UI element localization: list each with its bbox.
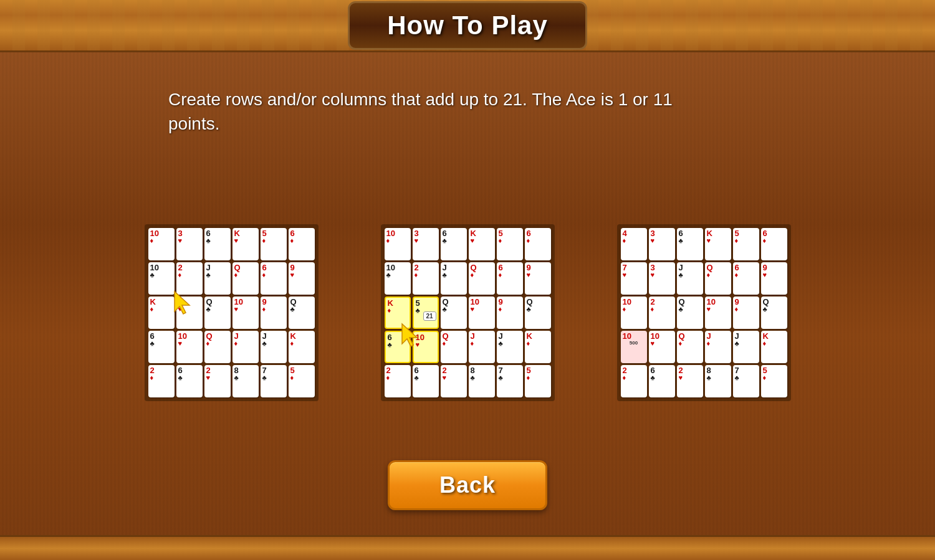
card: 6♣: [413, 365, 439, 397]
card-grid-1: 10♦3♥6♣K♥5♦6♦10♣2♦J♣Q♦6♦9♥K♦5♥Q♣10♥9♦Q♣6…: [145, 224, 319, 401]
card: 10♥: [176, 331, 203, 363]
card: J♣: [733, 331, 759, 363]
card: K♦: [289, 331, 315, 363]
card: 10500: [621, 331, 647, 363]
card: 6♣: [204, 228, 231, 260]
card: J♦: [705, 331, 731, 363]
card: Q♦: [705, 262, 731, 295]
card: 6♦: [733, 262, 759, 295]
card: J♦: [469, 331, 495, 363]
card: 7♣: [261, 365, 287, 397]
page-title: How To Play: [387, 11, 548, 40]
svg-marker-1: [402, 324, 417, 346]
card-grid-2: 10♦3♥6♣K♥5♦6♦10♣2♦J♣Q♦6♦9♥K♦5♣Q♣10♥9♦Q♣6…: [381, 224, 555, 401]
card: J♣: [677, 262, 703, 295]
card: Q♦: [441, 331, 467, 363]
card: 2♦: [649, 297, 675, 329]
card: 10♣: [148, 262, 175, 295]
bottom-strip: [0, 535, 935, 560]
card: 10♦: [148, 228, 175, 260]
card: 8♣: [233, 365, 259, 397]
card: 9♥: [289, 262, 315, 295]
card: Q♦: [204, 331, 231, 363]
card: 5♦: [733, 228, 759, 260]
card: 6♦: [289, 228, 315, 260]
card: K♥: [705, 228, 731, 260]
svg-marker-0: [175, 292, 189, 314]
card: Q♦: [677, 331, 703, 363]
card: 3♥: [649, 262, 675, 295]
back-button[interactable]: Back: [388, 460, 547, 510]
card: Q♦: [233, 262, 259, 295]
card: 2♦: [413, 262, 439, 295]
card-grid-3: 4♦3♥6♣K♥5♦6♦7♥3♥J♣Q♦6♦9♥10♦2♦Q♣10♥9♦Q♣10…: [617, 224, 791, 401]
card: 6♣: [176, 365, 203, 397]
card: 7♣: [733, 365, 759, 397]
card: K♦: [525, 331, 551, 363]
grids-container: 10♦3♥6♣K♥5♦6♦10♣2♦J♣Q♦6♦9♥K♦5♥Q♣10♥9♦Q♣6…: [0, 224, 935, 401]
card: Q♣: [525, 297, 551, 329]
title-box: How To Play: [348, 1, 587, 50]
card: 3♥: [649, 228, 675, 260]
card-grid-display-2: 10♦3♥6♣K♥5♦6♦10♣2♦J♣Q♦6♦9♥K♦5♣Q♣10♥9♦Q♣6…: [381, 224, 555, 401]
card: 6♣: [148, 331, 175, 363]
card: 2♥: [677, 365, 703, 397]
card: 10♣: [385, 262, 411, 295]
card: 10♥: [705, 297, 731, 329]
card: 7♥: [621, 262, 647, 295]
card: 8♣: [469, 365, 495, 397]
card: Q♣: [677, 297, 703, 329]
card: 2♦: [621, 365, 647, 397]
card: 6♦: [497, 262, 523, 295]
instruction-text: Create rows and/or columns that add up t…: [168, 87, 679, 136]
card: 8♣: [705, 365, 731, 397]
card: 6♣: [441, 228, 467, 260]
cursor-indicator-2: [400, 323, 422, 350]
card: 6♦: [525, 228, 551, 260]
card: 5♦: [289, 365, 315, 397]
card: J♦: [233, 331, 259, 363]
card: J♣: [261, 331, 287, 363]
card: 9♥: [525, 262, 551, 295]
card-grid-display-1: 10♦3♥6♣K♥5♦6♦10♣2♦J♣Q♦6♦9♥K♦5♥Q♣10♥9♦Q♣6…: [145, 224, 319, 401]
card: K♥: [233, 228, 259, 260]
card: 2♥: [441, 365, 467, 397]
card: 10♦: [385, 228, 411, 260]
card: 7♣: [497, 365, 523, 397]
card: 9♦: [261, 297, 287, 329]
card: 3♥: [176, 228, 203, 260]
card: 6♦: [761, 228, 787, 260]
card: 2♦: [148, 365, 175, 397]
card: Q♣: [289, 297, 315, 329]
card: 9♦: [497, 297, 523, 329]
card: 6♣: [677, 228, 703, 260]
card: Q♣: [204, 297, 231, 329]
card: Q♦: [469, 262, 495, 295]
card: 6♣: [649, 365, 675, 397]
card: 10♥: [469, 297, 495, 329]
card-grid-display-3: 4♦3♥6♣K♥5♦6♦7♥3♥J♣Q♦6♦9♥10♦2♦Q♣10♥9♦Q♣10…: [617, 224, 791, 401]
card: Q♣: [441, 297, 467, 329]
card: 5♦: [497, 228, 523, 260]
card: 5♦: [761, 365, 787, 397]
card: 10♥: [649, 331, 675, 363]
card: 5♦: [525, 365, 551, 397]
card: 10♥: [233, 297, 259, 329]
card: 5♦: [261, 228, 287, 260]
card: K♦: [148, 297, 175, 329]
card: 9♦: [733, 297, 759, 329]
card: 6♦: [261, 262, 287, 295]
card: K♥: [469, 228, 495, 260]
score-badge-2: 21: [423, 311, 436, 321]
back-button-label: Back: [439, 472, 496, 498]
card: 2♦: [385, 365, 411, 397]
card: J♣: [497, 331, 523, 363]
cursor-indicator-1: [172, 290, 194, 318]
card: 4♦: [621, 228, 647, 260]
card: 3♥: [413, 228, 439, 260]
card: K♦: [761, 331, 787, 363]
card: J♣: [441, 262, 467, 295]
top-header-strip: How To Play: [0, 0, 935, 52]
card: J♣: [204, 262, 231, 295]
card: Q♣: [761, 297, 787, 329]
